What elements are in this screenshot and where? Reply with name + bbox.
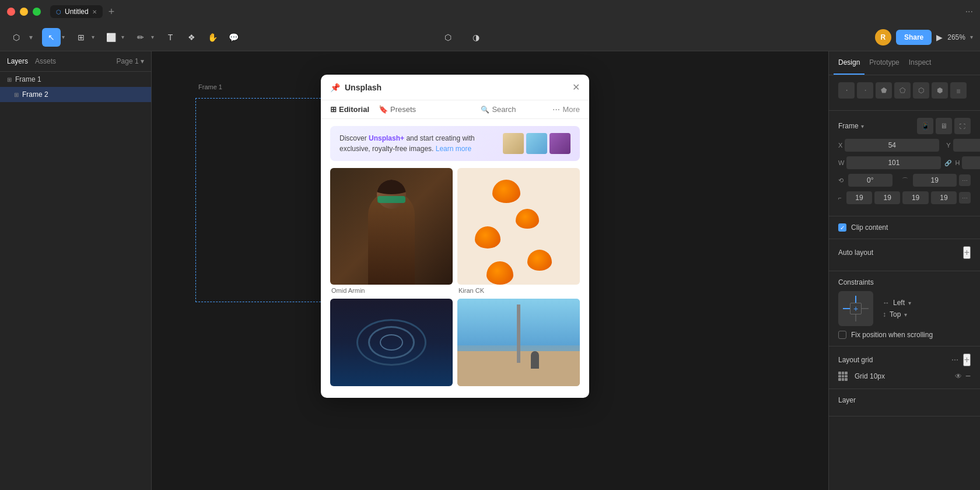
zoom-chevron[interactable]: ▾ bbox=[970, 34, 973, 40]
constraints-header: Constraints bbox=[838, 278, 971, 286]
toolbar-center: ⬡ ◑ bbox=[439, 28, 485, 47]
hconstraint-chevron[interactable]: ▾ bbox=[908, 300, 911, 306]
layer-item-frame1[interactable]: ⊞ Frame 1 bbox=[0, 72, 151, 87]
woman-head bbox=[377, 180, 406, 209]
unsplash-photo-4[interactable] bbox=[457, 299, 580, 388]
horizontal-constraint[interactable]: ↔ Left ▾ bbox=[883, 299, 971, 307]
unsplash-photo-1[interactable]: Omid Armin bbox=[330, 168, 453, 294]
comment-tool-button[interactable]: 💬 bbox=[224, 28, 243, 47]
grid-dots-icon bbox=[838, 372, 848, 381]
radius-input[interactable]: 19 bbox=[913, 174, 957, 187]
frame-dropdown[interactable]: Frame ▾ bbox=[838, 122, 864, 130]
unsplash-tab-editorial[interactable]: ⊞ Editorial bbox=[330, 105, 369, 114]
align-right-button[interactable]: ⬟ bbox=[876, 82, 892, 99]
x-input[interactable]: 54 bbox=[845, 139, 939, 152]
grid-settings-button[interactable]: ⋯ bbox=[951, 354, 958, 366]
gd7 bbox=[838, 378, 841, 381]
constraints-section: Constraints + ↔ Left ▾ bbox=[829, 271, 980, 346]
cb-plus-icon: + bbox=[853, 304, 858, 313]
prototype-tab[interactable]: Prototype bbox=[864, 51, 904, 75]
h-input[interactable]: 101 bbox=[962, 156, 980, 169]
add-tab-button[interactable]: + bbox=[106, 6, 117, 18]
lock-icon[interactable]: 🔗 bbox=[944, 160, 951, 166]
design-tab[interactable]: Design bbox=[834, 51, 864, 75]
layer-header: Layer bbox=[838, 396, 971, 404]
align-hcenter-button[interactable]: ⬞ bbox=[857, 82, 873, 99]
corner-tr-input[interactable] bbox=[874, 191, 900, 204]
maximize-window-button[interactable] bbox=[33, 8, 41, 16]
resize-button[interactable]: ⛶ bbox=[954, 118, 971, 134]
text-tool-button[interactable]: T bbox=[161, 28, 180, 47]
distribute-button[interactable]: ||| bbox=[950, 82, 967, 99]
vertical-constraint[interactable]: ↕ Top ▾ bbox=[883, 310, 971, 318]
tab-area: ⬡ Untitled ✕ + bbox=[50, 5, 117, 18]
frame1-label: Frame 1 bbox=[198, 83, 222, 90]
close-window-button[interactable] bbox=[7, 8, 15, 16]
unsplash-search[interactable]: 🔍 bbox=[481, 105, 538, 114]
shape-tool-button[interactable]: ⬜ bbox=[102, 28, 120, 47]
more-icon[interactable]: ··· bbox=[965, 6, 973, 17]
grid-remove-button[interactable]: − bbox=[965, 371, 971, 382]
layout-grid-add-button[interactable]: + bbox=[963, 354, 971, 366]
inspect-tab[interactable]: Inspect bbox=[904, 51, 936, 75]
tab-close-icon[interactable]: ✕ bbox=[92, 9, 97, 15]
frame-tool-button[interactable]: ⊞ bbox=[72, 28, 90, 47]
grid-visibility-button[interactable]: 👁 bbox=[955, 372, 962, 380]
mobile-view-button[interactable]: 📱 bbox=[917, 118, 933, 134]
p2 bbox=[516, 209, 539, 229]
component-tool-button[interactable]: ❖ bbox=[182, 28, 201, 47]
unsplash-photo-3[interactable] bbox=[330, 299, 453, 388]
align-bottom-button[interactable]: ⬢ bbox=[932, 82, 948, 99]
hand-tool-button[interactable]: ✋ bbox=[203, 28, 222, 47]
auto-layout-header: Auto layout + bbox=[838, 246, 971, 259]
corner-bl-input[interactable] bbox=[902, 191, 928, 204]
search-input[interactable] bbox=[492, 105, 538, 114]
gd9 bbox=[845, 378, 848, 381]
w-input[interactable]: 101 bbox=[846, 156, 941, 169]
vertical-constraint-value: Top bbox=[890, 310, 901, 318]
select-tool-button[interactable]: ↖ bbox=[42, 28, 61, 47]
fix-position-row: Fix position when scrolling bbox=[838, 331, 971, 339]
clip-content-checkbox[interactable]: ✓ bbox=[838, 223, 846, 232]
share-button[interactable]: Share bbox=[896, 30, 932, 45]
photo-pumpkins-bg bbox=[457, 168, 580, 285]
minimize-window-button[interactable] bbox=[20, 8, 28, 16]
tab-untitled[interactable]: ⬡ Untitled ✕ bbox=[50, 5, 103, 18]
vconstraint-chevron[interactable]: ▾ bbox=[904, 312, 907, 318]
layers-tab[interactable]: Layers bbox=[7, 56, 28, 66]
unsplash-photo-2[interactable]: Kiran CK bbox=[457, 168, 580, 294]
photo-woman-bg bbox=[330, 168, 453, 285]
play-button[interactable]: ▶ bbox=[936, 33, 943, 42]
y-input[interactable]: 34 bbox=[953, 139, 980, 152]
pen-tool-button[interactable]: ✏ bbox=[131, 28, 150, 47]
theme-button[interactable]: ◑ bbox=[467, 28, 485, 47]
unsplash-close-button[interactable]: ✕ bbox=[572, 82, 580, 93]
fix-position-checkbox[interactable] bbox=[838, 331, 846, 339]
auto-layout-add-button[interactable]: + bbox=[963, 246, 971, 259]
more-options-button[interactable]: ⋯ bbox=[959, 192, 971, 204]
desktop-view-button[interactable]: 🖥 bbox=[936, 118, 952, 134]
figma-icon: ⬡ bbox=[56, 9, 61, 15]
promo-link[interactable]: Learn more bbox=[436, 145, 471, 153]
figma-menu-button[interactable]: ⬡ bbox=[7, 28, 26, 47]
page-indicator[interactable]: Page 1 ▾ bbox=[117, 57, 144, 65]
more-corners-button[interactable]: ⋯ bbox=[959, 174, 971, 186]
unsplash-more-button[interactable]: ⋯ More bbox=[552, 105, 580, 114]
align-top-button[interactable]: ⬠ bbox=[894, 82, 911, 99]
tool-group-pen: ✏ ▾ bbox=[131, 28, 154, 47]
unsplash-tab-presets[interactable]: 🔖 Presets bbox=[379, 105, 416, 114]
plugin-button[interactable]: ⬡ bbox=[439, 28, 457, 47]
p1 bbox=[492, 180, 520, 203]
p4 bbox=[527, 250, 552, 271]
left-panel: Layers Assets Page 1 ▾ ⊞ Frame 1 ⊞ Frame… bbox=[0, 51, 152, 490]
corner-br-input[interactable] bbox=[931, 191, 957, 204]
layer-item-frame2[interactable]: ⊞ Frame 2 bbox=[0, 87, 151, 102]
zoom-indicator[interactable]: 265% bbox=[947, 33, 965, 41]
gd1 bbox=[838, 372, 841, 374]
cb-left-line bbox=[843, 308, 850, 309]
rotation-input[interactable]: 0° bbox=[848, 174, 892, 187]
align-vcenter-button[interactable]: ⬡ bbox=[913, 82, 929, 99]
align-left-button[interactable]: ⬝ bbox=[838, 82, 855, 99]
corner-tl-input[interactable] bbox=[846, 191, 872, 204]
assets-tab[interactable]: Assets bbox=[35, 56, 56, 66]
